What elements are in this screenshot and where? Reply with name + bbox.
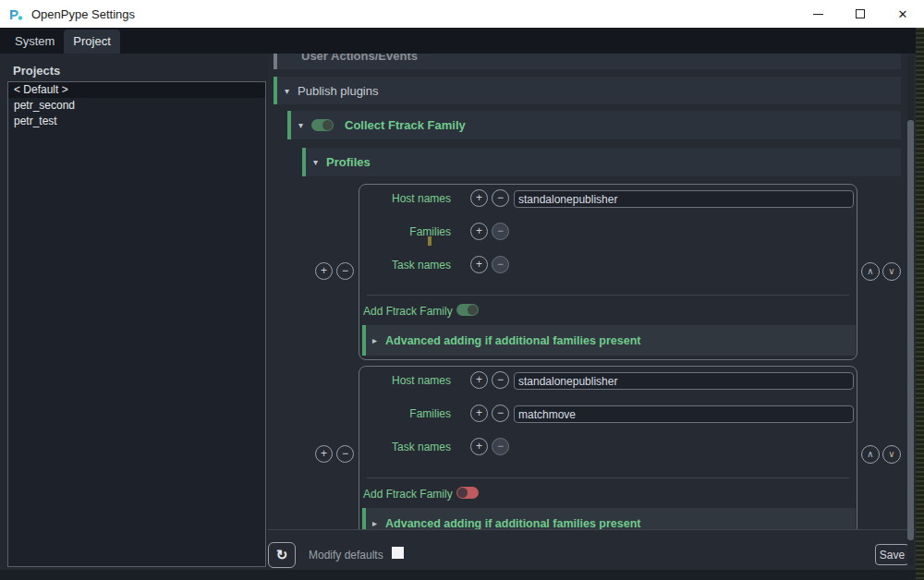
add-ftrack-family-label: Add Ftrack Family bbox=[363, 488, 453, 501]
move-up-button[interactable]: ∧ bbox=[861, 445, 880, 464]
section-bar bbox=[302, 148, 306, 176]
refresh-button[interactable]: ↻ bbox=[268, 542, 296, 568]
openpype-settings-window: P OpenPype Settings ✕ System Project Pro… bbox=[0, 0, 924, 580]
settings-main: User Actions/Events ▾ Publish plugins ▾ … bbox=[268, 54, 916, 570]
families-remove-button[interactable]: − bbox=[492, 223, 509, 240]
host-names-input[interactable] bbox=[514, 190, 854, 208]
families-label: Families bbox=[363, 225, 451, 238]
section-title: Collect Ftrack Family bbox=[345, 118, 466, 132]
svg-text:P: P bbox=[9, 6, 18, 22]
window-right-edge bbox=[916, 28, 924, 580]
profile-remove-button[interactable]: − bbox=[336, 445, 354, 463]
task-names-add-button[interactable]: + bbox=[470, 438, 488, 455]
modify-defaults-label: Modify defaults bbox=[309, 549, 383, 562]
tab-bar: System Project bbox=[0, 28, 924, 54]
profile-card-2: Host names + − Families + − Task names +… bbox=[359, 366, 857, 529]
window-bottom-edge bbox=[0, 570, 916, 580]
profile-add-button[interactable]: + bbox=[315, 262, 333, 280]
section-collect-ftrack-family[interactable]: ▾ Collect Ftrack Family bbox=[287, 111, 901, 139]
modify-defaults-checkbox[interactable] bbox=[392, 547, 404, 559]
advanced-adding-section[interactable]: ▸ Advanced adding if additional families… bbox=[362, 508, 856, 529]
task-names-label: Task names bbox=[363, 441, 451, 453]
host-names-label: Host names bbox=[363, 374, 451, 387]
maximize-icon bbox=[856, 9, 865, 18]
section-publish-plugins[interactable]: ▾ Publish plugins bbox=[274, 77, 901, 104]
advanced-adding-title: Advanced adding if additional families p… bbox=[385, 334, 640, 347]
chevron-down-icon: ▾ bbox=[298, 120, 303, 130]
section-bar bbox=[274, 77, 277, 104]
projects-heading: Projects bbox=[13, 64, 60, 78]
openpype-logo-icon: P bbox=[8, 6, 24, 22]
project-item-petr-test[interactable]: petr_test bbox=[8, 114, 265, 129]
project-list: < Default > petr_second petr_test bbox=[7, 81, 266, 567]
advanced-adding-section[interactable]: ▸ Advanced adding if additional families… bbox=[362, 325, 856, 356]
families-add-button[interactable]: + bbox=[470, 223, 488, 240]
add-ftrack-family-toggle[interactable] bbox=[456, 304, 479, 316]
profile-add-button[interactable]: + bbox=[315, 445, 333, 463]
close-button[interactable]: ✕ bbox=[881, 0, 924, 28]
projects-sidebar: Projects < Default > petr_second petr_te… bbox=[0, 54, 268, 570]
families-label: Families bbox=[363, 407, 451, 420]
maximize-button[interactable] bbox=[839, 0, 881, 28]
minimize-button[interactable] bbox=[796, 0, 839, 28]
host-names-input[interactable] bbox=[514, 372, 854, 390]
families-remove-button[interactable]: − bbox=[492, 405, 509, 422]
section-bar bbox=[274, 54, 277, 69]
host-names-remove-button[interactable]: − bbox=[492, 189, 509, 207]
advanced-adding-title: Advanced adding if additional families p… bbox=[385, 517, 640, 530]
collect-ftrack-family-toggle[interactable] bbox=[311, 119, 334, 131]
section-title: User Actions/Events bbox=[301, 54, 418, 63]
scrollbar-thumb[interactable] bbox=[907, 120, 914, 540]
project-item-default[interactable]: < Default > bbox=[8, 82, 265, 98]
chevron-right-icon: ▸ bbox=[372, 518, 377, 528]
families-marker bbox=[428, 236, 432, 246]
profile-2-list-controls: + − bbox=[315, 445, 354, 463]
section-title: Profiles bbox=[326, 155, 371, 169]
vertical-scrollbar bbox=[907, 55, 914, 566]
profile-remove-button[interactable]: − bbox=[336, 262, 354, 280]
chevron-down-icon: ▾ bbox=[285, 86, 289, 96]
families-add-button[interactable]: + bbox=[470, 405, 488, 422]
project-item-petr-second[interactable]: petr_second bbox=[8, 98, 265, 114]
move-up-button[interactable]: ∧ bbox=[861, 262, 880, 281]
task-names-label: Task names bbox=[363, 259, 451, 272]
save-button[interactable]: Save bbox=[875, 544, 909, 565]
move-down-button[interactable]: ∨ bbox=[882, 445, 901, 464]
profile-1-list-controls: + − bbox=[315, 262, 354, 280]
profile-2-order-controls: ∧ ∨ bbox=[861, 445, 901, 464]
profile-card-1: Host names + − Families + − Task names +… bbox=[359, 184, 857, 360]
footer-bar: ↻ Modify defaults Save bbox=[268, 529, 916, 570]
section-bar bbox=[287, 111, 291, 139]
toggle-knob bbox=[457, 488, 468, 498]
section-title: Publish plugins bbox=[298, 84, 378, 98]
task-names-add-button[interactable]: + bbox=[470, 256, 488, 273]
add-ftrack-family-label: Add Ftrack Family bbox=[363, 305, 453, 318]
divider bbox=[367, 477, 849, 478]
families-input[interactable] bbox=[514, 405, 854, 423]
window-title: OpenPype Settings bbox=[31, 7, 135, 21]
task-names-remove-button[interactable]: − bbox=[492, 256, 509, 273]
toggle-knob bbox=[322, 120, 333, 130]
close-icon: ✕ bbox=[898, 7, 908, 21]
add-ftrack-family-toggle[interactable] bbox=[456, 487, 479, 499]
task-names-remove-button[interactable]: − bbox=[492, 438, 509, 455]
toggle-knob bbox=[468, 305, 478, 315]
section-user-actions-events[interactable]: User Actions/Events bbox=[274, 54, 901, 69]
move-down-button[interactable]: ∨ bbox=[882, 262, 901, 281]
section-profiles[interactable]: ▾ Profiles bbox=[302, 148, 901, 176]
tab-system[interactable]: System bbox=[6, 30, 64, 54]
minimize-icon bbox=[813, 14, 823, 15]
chevron-right-icon: ▸ bbox=[372, 335, 377, 345]
host-names-label: Host names bbox=[363, 192, 451, 205]
profile-1-order-controls: ∧ ∨ bbox=[861, 262, 901, 281]
host-names-add-button[interactable]: + bbox=[470, 189, 488, 207]
tab-project[interactable]: Project bbox=[64, 30, 119, 54]
host-names-add-button[interactable]: + bbox=[470, 371, 488, 389]
settings-scrollview: User Actions/Events ▾ Publish plugins ▾ … bbox=[268, 54, 907, 529]
window-controls: ✕ bbox=[796, 0, 924, 28]
divider bbox=[367, 295, 849, 296]
host-names-remove-button[interactable]: − bbox=[492, 371, 509, 389]
chevron-down-icon: ▾ bbox=[313, 157, 318, 167]
titlebar: P OpenPype Settings ✕ bbox=[0, 0, 924, 28]
